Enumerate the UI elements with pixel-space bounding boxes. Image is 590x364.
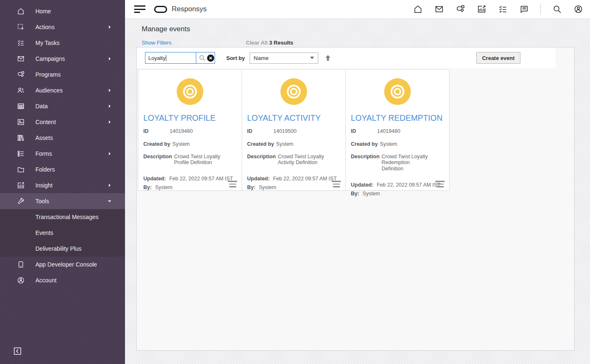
updated-label: Updated: bbox=[351, 182, 373, 188]
created-by-value: System bbox=[172, 141, 190, 147]
search-icon[interactable] bbox=[198, 54, 206, 62]
description-label: Description bbox=[143, 154, 172, 166]
sort-ascending-arrow-icon[interactable] bbox=[324, 54, 332, 62]
clear-all-button[interactable]: Clear All bbox=[246, 40, 268, 46]
id-value: 14019500 bbox=[273, 128, 297, 135]
sort-by-label: Sort by bbox=[226, 55, 245, 61]
sidebar-item-tools[interactable]: Tools bbox=[0, 193, 125, 209]
topbar-icons bbox=[413, 4, 583, 15]
card-menu-icon[interactable] bbox=[332, 181, 341, 187]
actions-icon bbox=[17, 23, 25, 31]
updated-value: Feb 22, 2022 09:57 AM IST bbox=[169, 176, 233, 182]
sidebar-nav: Home Actions My Tasks Campaigns Programs… bbox=[0, 0, 125, 288]
event-card-title[interactable]: LOYALTY REDEMPTION bbox=[351, 113, 444, 123]
by-label: By: bbox=[247, 184, 255, 191]
sidebar-item-content[interactable]: Content bbox=[0, 114, 125, 130]
chevron-right-icon bbox=[107, 87, 112, 93]
table-icon bbox=[17, 102, 25, 110]
sidebar-item-forms[interactable]: Forms bbox=[0, 146, 125, 162]
sidebar-item-deliverability-plus[interactable]: Deliverability Plus bbox=[0, 241, 125, 257]
event-card-title[interactable]: LOYALTY ACTIVITY bbox=[247, 113, 340, 123]
account-icon[interactable] bbox=[573, 4, 583, 14]
id-value: 14019480 bbox=[377, 128, 400, 135]
created-by-label: Created by bbox=[351, 141, 378, 147]
card-menu-icon[interactable] bbox=[228, 181, 237, 187]
chevron-right-icon bbox=[107, 151, 112, 157]
chevron-down-icon bbox=[310, 57, 314, 59]
sidebar-item-insight[interactable]: Insight bbox=[0, 177, 125, 193]
home-icon[interactable] bbox=[413, 4, 423, 14]
sidebar-item-home[interactable]: Home bbox=[0, 3, 125, 19]
bullseye-icon bbox=[177, 78, 203, 105]
account-icon bbox=[17, 276, 25, 284]
tablet-icon bbox=[17, 260, 25, 269]
books-icon bbox=[17, 134, 25, 142]
by-value: System bbox=[155, 184, 172, 191]
create-event-button[interactable]: Create event bbox=[476, 52, 520, 64]
by-value: System bbox=[259, 184, 276, 191]
updated-value: Feb 22, 2022 09:57 AM IST bbox=[273, 176, 337, 182]
chevron-right-icon bbox=[107, 103, 112, 109]
description-label: Description bbox=[351, 154, 380, 172]
filters-row: Show Filters Clear All 3 Results bbox=[125, 40, 590, 46]
sidebar-collapse-button[interactable] bbox=[13, 347, 22, 356]
by-label: By: bbox=[351, 191, 359, 197]
mail-icon bbox=[17, 55, 25, 63]
insight-icon bbox=[17, 181, 25, 189]
insight-icon[interactable] bbox=[477, 4, 487, 14]
program-icon bbox=[17, 70, 25, 79]
sidebar-item-transactional-messages[interactable]: Transactional Messages bbox=[0, 209, 125, 225]
sidebar-item-campaigns[interactable]: Campaigns bbox=[0, 51, 125, 67]
tasks-icon bbox=[17, 39, 25, 47]
event-card-title[interactable]: LOYALTY PROFILE bbox=[143, 113, 237, 123]
chevron-right-icon bbox=[107, 56, 112, 62]
created-by-value: System bbox=[380, 141, 398, 147]
sidebar-item-programs[interactable]: Programs bbox=[0, 67, 125, 82]
program-icon[interactable] bbox=[455, 4, 465, 14]
image-icon bbox=[17, 118, 25, 126]
event-card-loyalty-activity[interactable]: LOYALTY ACTIVITY ID14019500 Created bySy… bbox=[242, 69, 346, 191]
description-value: Crowd Twist Loyalty Profile Definition bbox=[174, 154, 225, 166]
main-area: Responsys Manage events Show Filters Cle… bbox=[125, 0, 590, 364]
forms-icon bbox=[17, 150, 25, 158]
sidebar-item-data[interactable]: Data bbox=[0, 98, 125, 114]
description-value: Crowd Twist Loyalty Redemption Definitio… bbox=[382, 154, 432, 172]
card-menu-icon[interactable] bbox=[435, 181, 445, 187]
sidebar-item-assets[interactable]: Assets bbox=[0, 130, 125, 146]
sidebar-item-my-tasks[interactable]: My Tasks bbox=[0, 35, 125, 51]
events-panel: Sort by Name Create event LOYALTY PROFIL… bbox=[136, 47, 575, 351]
sidebar-item-events[interactable]: Events bbox=[0, 225, 125, 241]
sidebar-item-audiences[interactable]: Audiences bbox=[0, 82, 125, 98]
created-by-value: System bbox=[276, 141, 294, 147]
mail-icon[interactable] bbox=[434, 4, 444, 14]
event-card-loyalty-redemption[interactable]: LOYALTY REDEMPTION ID14019480 Created by… bbox=[345, 69, 450, 191]
search-box bbox=[145, 52, 215, 64]
chevron-down-icon bbox=[107, 198, 112, 204]
hamburger-menu-icon[interactable] bbox=[134, 5, 145, 13]
event-card-loyalty-profile[interactable]: LOYALTY PROFILE ID14019460 Created bySys… bbox=[138, 69, 242, 191]
tasks-icon[interactable] bbox=[498, 4, 508, 14]
collapse-chevron-left-icon bbox=[13, 347, 22, 356]
bullseye-icon bbox=[280, 78, 307, 105]
by-value: System bbox=[362, 191, 380, 197]
search-icon[interactable] bbox=[552, 4, 562, 14]
show-filters-link[interactable]: Show Filters bbox=[142, 40, 172, 46]
updated-label: Updated: bbox=[143, 176, 166, 182]
feedback-icon[interactable] bbox=[519, 4, 529, 14]
sidebar: Home Actions My Tasks Campaigns Programs… bbox=[0, 0, 125, 364]
search-input[interactable] bbox=[145, 52, 196, 63]
updated-value: Feb 22, 2022 09:57 AM IST bbox=[377, 182, 440, 188]
description-value: Crowd Twist Loyalty Activity Definition bbox=[278, 154, 329, 166]
home-icon bbox=[17, 7, 25, 15]
event-card-list: LOYALTY PROFILE ID14019460 Created bySys… bbox=[138, 69, 450, 191]
sidebar-item-account[interactable]: Account bbox=[0, 272, 125, 288]
sort-dropdown[interactable]: Name bbox=[250, 52, 318, 64]
page-title: Manage events bbox=[142, 25, 190, 33]
clear-circle-icon[interactable] bbox=[207, 55, 214, 62]
topbar: Responsys bbox=[125, 0, 590, 19]
sidebar-item-folders[interactable]: Folders bbox=[0, 162, 125, 177]
results-count: 3 Results bbox=[269, 40, 293, 46]
sidebar-item-app-developer-console[interactable]: App Developer Console bbox=[0, 257, 125, 272]
sidebar-item-actions[interactable]: Actions bbox=[0, 19, 125, 35]
app-window: Home Actions My Tasks Campaigns Programs… bbox=[0, 0, 590, 364]
